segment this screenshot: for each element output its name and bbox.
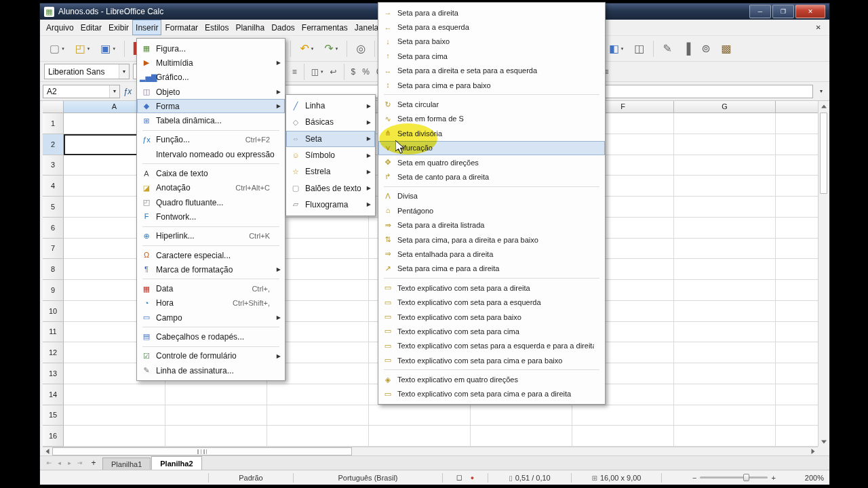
insert-media-item[interactable]: ▶ Multimídia ▶	[137, 56, 285, 70]
row-header[interactable]: 1	[43, 113, 64, 134]
special-character-item[interactable]: Ω Caractere especial...	[137, 248, 285, 262]
arrow-shape-menu-item[interactable]: ▭ Texto explicativo com seta para a dire…	[378, 281, 605, 295]
show-draw-functions-button[interactable]: ✎	[658, 40, 675, 58]
row-header[interactable]: 9	[43, 280, 64, 301]
menu-planilha[interactable]: Planilha	[232, 20, 268, 35]
arrow-shape-menu-item[interactable]: ↗ Seta para cima e para a direita	[378, 262, 605, 276]
shape-symbol-item[interactable]: ☺ Símbolo ▶	[286, 147, 375, 163]
row-header[interactable]: 11	[43, 322, 64, 343]
scroll-right-button[interactable]	[808, 447, 818, 455]
row-header[interactable]: 6	[43, 218, 64, 239]
row-header[interactable]: 13	[43, 363, 64, 384]
arrow-shape-menu-item[interactable]: ↔ Seta para a direita e seta para a esqu…	[378, 64, 605, 78]
arrow-shape-menu-item[interactable]: ↻ Seta circular	[378, 97, 605, 111]
insert-date-item[interactable]: ▦ Data Ctrl+,	[137, 281, 285, 296]
next-sheet-button[interactable]: ▸	[64, 460, 75, 466]
tab-planilha1[interactable]: Planilha1	[102, 458, 151, 470]
horizontal-scrollbar[interactable]	[43, 447, 818, 455]
zoom-slider-thumb[interactable]	[743, 474, 749, 481]
column-header[interactable]: H	[776, 101, 818, 113]
minimize-button[interactable]: ─	[749, 5, 771, 18]
row-header[interactable]: 16	[43, 426, 64, 447]
shape-star-item[interactable]: ☆ Estrela ▶	[286, 163, 375, 180]
shape-line-item[interactable]: ╱ Linha ▶	[286, 98, 375, 114]
menu-ferramentas[interactable]: Ferramentas	[298, 20, 351, 35]
zoom-slider[interactable]	[700, 476, 768, 479]
arrow-shape-menu-item[interactable]: ↑ Seta para cima	[378, 49, 605, 63]
zoom-out-button[interactable]: −	[692, 474, 696, 482]
arrow-shape-menu-item[interactable]: → Seta para a direita	[378, 5, 605, 20]
row-header[interactable]: 15	[43, 405, 64, 426]
find-replace-button[interactable]: ◎	[352, 40, 370, 58]
format-percent-button[interactable]: %	[359, 64, 372, 79]
scroll-down-button[interactable]	[818, 436, 829, 447]
vertical-scrollbar[interactable]	[818, 101, 829, 447]
undo-button[interactable]: ↶ ▾	[296, 40, 317, 58]
scroll-left-button[interactable]	[43, 447, 52, 455]
wrap-text-button[interactable]: ↩	[328, 64, 340, 79]
sidebar-button[interactable]: ▐	[679, 40, 694, 58]
previous-sheet-button[interactable]: ◂	[54, 460, 64, 466]
font-name-combobox[interactable]: Liberation Sans ▾	[44, 64, 130, 79]
freeze-panes-button[interactable]: ◧ ▾	[605, 40, 628, 58]
page-style[interactable]: Padrão	[210, 474, 292, 482]
form-control-item[interactable]: ☑ Controle de formulário ▶	[137, 349, 285, 363]
dropdown-arrow-icon[interactable]: ▾	[321, 69, 323, 75]
hyperlink-item[interactable]: ⊕ Hiperlink... Ctrl+K	[137, 229, 285, 243]
arrow-shape-menu-item[interactable]: ↕ Seta para cima e para baixo	[378, 78, 605, 92]
horizontal-scroll-thumb[interactable]	[52, 447, 352, 455]
row-header[interactable]: 10	[43, 301, 64, 322]
insert-chart-item[interactable]: ▂▅▇ Gráfico...	[137, 70, 285, 85]
vertical-scroll-thumb[interactable]	[820, 113, 827, 194]
dropdown-arrow-icon[interactable]: ▾	[113, 46, 115, 52]
insert-image-item[interactable]: ▦ Figura...	[137, 41, 285, 56]
language-status[interactable]: Português (Brasil)	[295, 474, 441, 482]
arrow-shape-menu-item[interactable]: ⌂ Pentágono	[378, 203, 605, 218]
expand-formula-bar-icon[interactable]: ▾	[816, 88, 827, 94]
arrow-shape-menu-item[interactable]: ← Seta para a esquerda	[378, 20, 605, 34]
insert-object-item[interactable]: ◫ Objeto ▶	[137, 85, 285, 99]
zoom-in-button[interactable]: +	[771, 474, 775, 482]
name-box-dropdown-icon[interactable]: ▾	[109, 85, 119, 98]
close-button[interactable]: ✕	[795, 5, 825, 18]
shape-callout-item[interactable]: ▢ Balões de texto ▶	[286, 180, 375, 196]
merge-cells-button[interactable]: ◫ ▾	[309, 64, 326, 79]
headers-footers-item[interactable]: ▤ Cabeçalhos e rodapés...	[137, 329, 285, 344]
dropdown-arrow-icon[interactable]: ▾	[311, 46, 314, 52]
row-header[interactable]: 4	[43, 176, 64, 197]
arrow-shape-menu-item[interactable]: ▭ Texto explicativo com seta para a esqu…	[378, 295, 605, 309]
arrow-shape-menu-item[interactable]: ▭ Texto explicativo com seta para cima e…	[378, 353, 605, 367]
shape-flowchart-item[interactable]: ▱ Fluxograma ▶	[286, 197, 375, 213]
arrow-shape-menu-item[interactable]: Λ Divisa	[378, 189, 605, 203]
arrow-shape-menu-item[interactable]: ⇒ Seta entalhada para a direita	[378, 247, 605, 261]
maximize-button[interactable]: ❐	[772, 5, 794, 18]
tab-planilha2[interactable]: Planilha2	[151, 456, 201, 470]
insert-text-box-item[interactable]: A Caixa de texto	[137, 166, 285, 180]
arrow-shape-menu-item[interactable]: ▭ Texto explicativo com setas para a esq…	[378, 339, 605, 353]
column-header[interactable]: G	[674, 101, 776, 113]
menu-estilos[interactable]: Estilos	[201, 20, 232, 35]
arrow-shape-menu-item[interactable]: ⇅ Seta para cima, para a direita e para …	[378, 232, 605, 247]
menu-dados[interactable]: Dados	[268, 20, 298, 35]
shape-arrow-item[interactable]: ⇔ Seta ▶	[286, 131, 375, 147]
insert-time-item[interactable]: ◔ Hora Ctrl+Shift+,	[137, 296, 285, 310]
insert-comment-item[interactable]: ◪ Anotação Ctrl+Alt+C	[137, 181, 285, 195]
insert-pivot-table-item[interactable]: ⊞ Tabela dinâmica...	[137, 113, 285, 127]
row-header[interactable]: 5	[43, 197, 64, 218]
row-header[interactable]: 7	[43, 239, 64, 260]
shape-basic-item[interactable]: ◇ Básicas ▶	[286, 114, 375, 130]
insert-function-item[interactable]: ƒx Função... Ctrl+F2	[137, 133, 285, 147]
open-file-button[interactable]: ◰ ▾	[71, 40, 94, 58]
menu-arquivo[interactable]: Arquivo	[43, 20, 77, 35]
navigator-button[interactable]: ⊚	[697, 40, 714, 58]
signature-line-item[interactable]: ✎ Linha de assinatura...	[137, 363, 285, 378]
name-box[interactable]: A2 ▾	[43, 85, 120, 98]
save-button[interactable]: ▣ ▾	[96, 40, 119, 58]
select-all-corner[interactable]	[43, 101, 64, 113]
redo-button[interactable]: ↷ ▾	[320, 40, 342, 58]
arrow-shape-menu-item[interactable]: ◈ Texto explicativo em quatro direções	[378, 372, 605, 386]
menu-formatar[interactable]: Formatar	[161, 20, 201, 35]
gallery-button[interactable]: ▩	[717, 40, 736, 58]
first-sheet-button[interactable]: ⇤	[44, 460, 54, 466]
arrow-shape-menu-item[interactable]: ▭ Texto explicativo com seta para baixo	[378, 310, 605, 324]
